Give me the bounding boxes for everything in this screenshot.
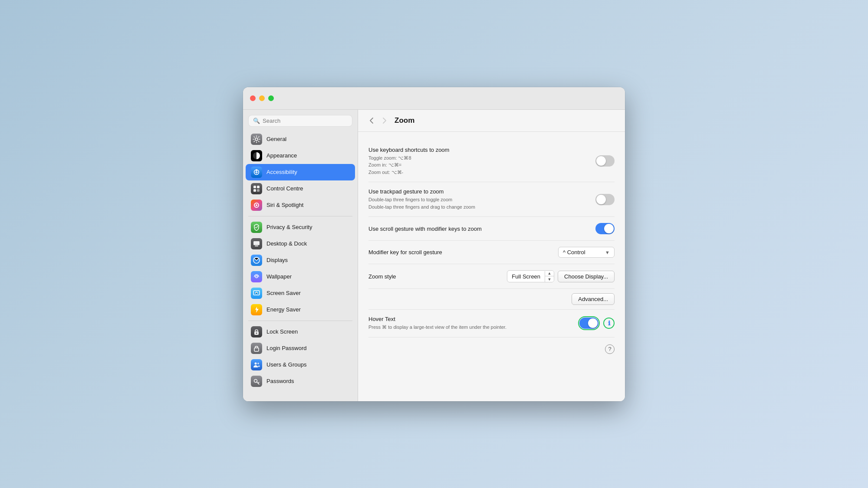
search-icon: 🔍 bbox=[253, 118, 260, 124]
stepper-buttons: ▲ ▼ bbox=[545, 271, 554, 282]
svg-line-24 bbox=[258, 382, 259, 383]
search-box[interactable]: 🔍 bbox=[248, 115, 352, 127]
sidebar-item-login-password[interactable]: Login Password bbox=[246, 340, 355, 357]
scroll-gesture-info: Use scroll gesture with modifier keys to… bbox=[368, 226, 595, 232]
svg-rect-12 bbox=[253, 241, 260, 245]
svg-rect-13 bbox=[255, 246, 258, 246]
zoom-style-label: Zoom style bbox=[368, 273, 396, 280]
choose-display-button[interactable]: Choose Display... bbox=[558, 271, 615, 282]
keyboard-shortcuts-info: Use keyboard shortcuts to zoom Toggle zo… bbox=[368, 147, 595, 176]
hover-text-info-button[interactable]: ℹ bbox=[603, 318, 615, 329]
sidebar-item-desktop-dock[interactable]: Desktop & Dock bbox=[246, 236, 355, 252]
svg-point-0 bbox=[255, 138, 258, 141]
svg-point-21 bbox=[257, 363, 259, 364]
svg-rect-9 bbox=[257, 189, 260, 192]
trackpad-gesture-toggle-container bbox=[595, 194, 615, 205]
energy-saver-icon bbox=[251, 304, 262, 315]
stepper-down-button[interactable]: ▼ bbox=[545, 276, 554, 282]
sidebar-divider-1 bbox=[248, 216, 352, 216]
desktop-dock-label: Desktop & Dock bbox=[266, 240, 307, 247]
page-title: Zoom bbox=[395, 116, 414, 125]
sidebar-item-energy-saver[interactable]: Energy Saver bbox=[246, 301, 355, 318]
passwords-icon bbox=[251, 376, 262, 387]
help-button[interactable]: ? bbox=[605, 344, 615, 354]
lock-screen-label: Lock Screen bbox=[266, 328, 298, 335]
displays-icon bbox=[251, 255, 262, 266]
screen-saver-icon bbox=[251, 288, 262, 299]
full-screen-label: Full Screen bbox=[507, 271, 545, 282]
toggle-thumb bbox=[596, 195, 606, 204]
wallpaper-label: Wallpaper bbox=[266, 273, 292, 280]
close-button[interactable] bbox=[250, 95, 256, 101]
sidebar-item-screen-saver[interactable]: Screen Saver bbox=[246, 285, 355, 301]
control-centre-icon bbox=[251, 183, 262, 194]
traffic-lights bbox=[250, 95, 274, 101]
svg-point-20 bbox=[255, 362, 257, 364]
title-bar bbox=[243, 87, 625, 110]
advanced-button[interactable]: Advanced... bbox=[572, 293, 615, 305]
hover-text-row: Hover Text Press ⌘ to display a large-te… bbox=[368, 310, 615, 337]
screen-saver-label: Screen Saver bbox=[266, 290, 301, 296]
sidebar-item-appearance[interactable]: Appearance bbox=[246, 147, 355, 164]
sidebar-item-accessibility[interactable]: Accessibility bbox=[246, 164, 355, 180]
hover-text-info: Hover Text Press ⌘ to display a large-te… bbox=[368, 316, 578, 331]
sidebar-item-wallpaper[interactable]: Wallpaper bbox=[246, 269, 355, 285]
displays-label: Displays bbox=[266, 257, 288, 263]
scroll-gesture-row: Use scroll gesture with modifier keys to… bbox=[368, 217, 615, 241]
login-password-icon bbox=[251, 343, 262, 354]
trackpad-gesture-info: Use trackpad gesture to zoom Double-tap … bbox=[368, 188, 595, 210]
sidebar-item-passwords[interactable]: Passwords bbox=[246, 373, 355, 390]
zoom-style-row: Zoom style Full Screen ▲ ▼ Choose Displa… bbox=[368, 264, 615, 289]
svg-rect-8 bbox=[253, 189, 256, 192]
hover-text-sublabel: Press ⌘ to display a large-text view of … bbox=[368, 324, 578, 331]
zoom-style-right: Full Screen ▲ ▼ Choose Display... bbox=[507, 270, 615, 282]
accessibility-icon bbox=[251, 167, 262, 178]
scroll-gesture-toggle[interactable] bbox=[595, 223, 615, 234]
trackpad-gesture-label: Use trackpad gesture to zoom bbox=[368, 188, 595, 195]
keyboard-shortcuts-row: Use keyboard shortcuts to zoom Toggle zo… bbox=[368, 141, 615, 183]
hover-text-label: Hover Text bbox=[368, 316, 578, 322]
general-icon bbox=[251, 134, 262, 145]
forward-button[interactable] bbox=[380, 116, 389, 125]
sidebar-item-siri-spotlight[interactable]: Siri & Spotlight bbox=[246, 197, 355, 213]
sidebar-item-lock-screen[interactable]: Lock Screen bbox=[246, 324, 355, 340]
content-area: Zoom Use keyboard shortcuts to zoom Togg… bbox=[358, 110, 625, 401]
modifier-key-info: Modifier key for scroll gesture bbox=[368, 249, 558, 255]
general-label: General bbox=[266, 136, 286, 142]
sidebar-item-control-centre[interactable]: Control Centre bbox=[246, 180, 355, 197]
appearance-icon bbox=[251, 150, 262, 161]
sidebar-item-users-groups[interactable]: Users & Groups bbox=[246, 357, 355, 373]
full-screen-stepper[interactable]: Full Screen ▲ ▼ bbox=[507, 270, 554, 282]
sidebar-item-displays[interactable]: Displays bbox=[246, 252, 355, 269]
svg-rect-7 bbox=[257, 186, 260, 188]
back-button[interactable] bbox=[367, 116, 376, 125]
users-groups-icon bbox=[251, 359, 262, 370]
maximize-button[interactable] bbox=[268, 95, 274, 101]
sidebar-divider-2 bbox=[248, 321, 352, 321]
keyboard-shortcuts-toggle[interactable] bbox=[595, 155, 615, 167]
keyboard-shortcuts-label: Use keyboard shortcuts to zoom bbox=[368, 147, 595, 153]
privacy-security-icon bbox=[251, 222, 262, 233]
trackpad-gesture-sublabel: Double-tap three fingers to toggle zoomD… bbox=[368, 196, 595, 210]
keyboard-shortcuts-toggle-container bbox=[595, 155, 615, 167]
trackpad-gesture-toggle[interactable] bbox=[595, 194, 615, 205]
hover-text-toggle[interactable] bbox=[579, 318, 598, 329]
stepper-up-button[interactable]: ▲ bbox=[545, 271, 554, 276]
window-body: 🔍 General bbox=[243, 110, 625, 401]
content-header: Zoom bbox=[358, 110, 625, 132]
search-input[interactable] bbox=[263, 118, 348, 124]
sidebar-item-general[interactable]: General bbox=[246, 131, 355, 147]
energy-saver-label: Energy Saver bbox=[266, 306, 301, 313]
sidebar-item-privacy-security[interactable]: Privacy & Security bbox=[246, 219, 355, 236]
appearance-label: Appearance bbox=[266, 152, 297, 159]
scroll-gesture-toggle-container bbox=[595, 223, 615, 234]
minimize-button[interactable] bbox=[259, 95, 265, 101]
hover-text-toggle-highlight bbox=[578, 316, 600, 330]
modifier-key-value: ^ Control bbox=[563, 249, 585, 255]
users-groups-label: Users & Groups bbox=[266, 361, 306, 368]
svg-point-11 bbox=[256, 204, 257, 206]
toggle-thumb bbox=[596, 156, 606, 166]
modifier-key-label: Modifier key for scroll gesture bbox=[368, 249, 558, 255]
svg-point-18 bbox=[256, 332, 257, 334]
modifier-key-dropdown[interactable]: ^ Control ▼ bbox=[558, 247, 615, 258]
